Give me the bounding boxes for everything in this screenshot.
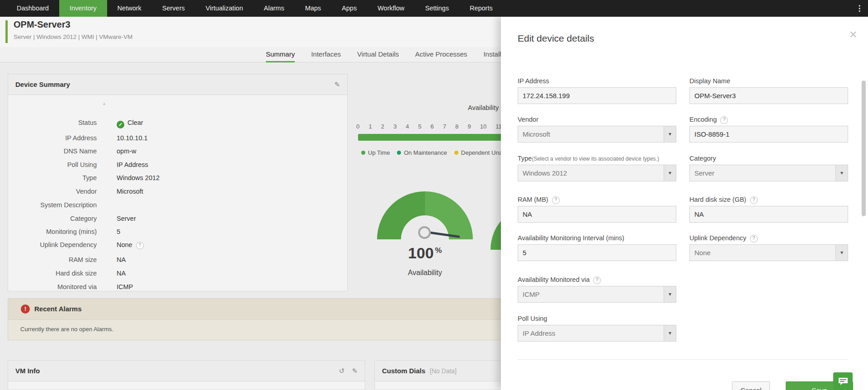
tab-summary[interactable]: Summary: [266, 47, 295, 62]
field-label: Vendor: [8, 188, 97, 195]
nav-virtualization[interactable]: Virtualization: [195, 0, 254, 17]
availability-axis: 0 1 2 3 4 5 6 7 8 9 10 11: [356, 123, 502, 130]
field-label: Type: [8, 174, 97, 181]
summary-row-status: Status ✓Clear: [8, 119, 347, 128]
tick-label: 1: [368, 123, 372, 130]
tab-interfaces[interactable]: Interfaces: [311, 47, 341, 62]
field-value: None?: [117, 241, 144, 249]
tick-label: 4: [406, 123, 409, 130]
field-label: Type(Select a vendor to view its associa…: [518, 155, 676, 162]
nav-workflow[interactable]: Workflow: [367, 0, 415, 17]
footer-divider: [518, 359, 848, 360]
ram-input[interactable]: [518, 206, 676, 223]
uptime-timeline-bar: [358, 134, 508, 141]
field-label: Uplink Dependency?: [689, 234, 848, 242]
field-value: ICMP: [117, 283, 133, 290]
encoding-input[interactable]: [689, 126, 848, 143]
summary-row-poll: Poll Using IP Address: [8, 161, 347, 170]
nav-dashboard[interactable]: Dashboard: [6, 0, 59, 17]
help-icon[interactable]: ?: [552, 196, 560, 204]
poll-using-select[interactable]: IP Address ▾: [518, 325, 676, 342]
display-name-input[interactable]: [689, 87, 848, 104]
vendor-select-value: Microsoft: [518, 126, 664, 142]
vendor-select[interactable]: Microsoft ▾: [518, 126, 676, 143]
edit-icon[interactable]: ✎: [334, 81, 340, 89]
ip-address-input[interactable]: [518, 87, 676, 104]
refresh-icon[interactable]: ↺: [339, 367, 345, 375]
vm-info-header: VM Info ↺ ✎: [8, 361, 365, 381]
hard-disk-input[interactable]: [689, 206, 848, 223]
kebab-menu-icon[interactable]: ⋮: [854, 0, 865, 17]
help-icon[interactable]: ?: [593, 276, 601, 284]
nav-alarms[interactable]: Alarms: [254, 0, 295, 17]
dropdown-arrow-icon: ▾: [664, 286, 676, 302]
uplink-text: None: [117, 241, 132, 248]
tab-virtual-details[interactable]: Virtual Details: [357, 47, 399, 62]
edit-icon[interactable]: ✎: [352, 367, 358, 375]
field-ram: RAM (MB)?: [518, 196, 676, 223]
device-subtitle: Server | Windows 2012 | WMI | VMware-VM: [14, 33, 132, 40]
field-uplink-dependency: Uplink Dependency? None ▾: [689, 234, 848, 261]
header-accent-bar: [5, 20, 8, 43]
dropdown-arrow-icon: ▾: [835, 165, 848, 181]
field-label: Encoding?: [689, 116, 848, 124]
field-value: ✓Clear: [117, 119, 143, 128]
tab-active-processes[interactable]: Active Processes: [415, 47, 467, 62]
field-label: System Description: [8, 201, 97, 209]
field-value: opm-w: [117, 147, 137, 155]
cancel-button[interactable]: Cancel: [732, 381, 770, 390]
availability-interval-input[interactable]: [518, 244, 676, 261]
field-label: Monitoring (mins): [8, 228, 97, 235]
nav-inventory[interactable]: Inventory: [59, 0, 107, 17]
help-icon[interactable]: ?: [136, 242, 144, 249]
dependent-dot-icon: [454, 151, 458, 155]
field-label: Uplink Dependency: [8, 241, 97, 248]
vm-info-title: VM Info: [15, 361, 40, 381]
field-value: NA: [117, 256, 126, 263]
summary-row-ram: RAM size NA: [8, 256, 347, 265]
field-label: Display Name: [689, 77, 848, 85]
nav-servers[interactable]: Servers: [152, 0, 195, 17]
nav-settings[interactable]: Settings: [415, 0, 459, 17]
nav-apps[interactable]: Apps: [331, 0, 367, 17]
help-icon[interactable]: ?: [750, 235, 758, 243]
status-text: Clear: [127, 119, 143, 126]
nav-network[interactable]: Network: [107, 0, 152, 17]
field-vendor: Vendor Microsoft ▾: [518, 116, 676, 143]
field-label: Availability Monitored via?: [518, 276, 676, 284]
close-icon[interactable]: ×: [849, 28, 857, 41]
collapse-arrow-icon[interactable]: ▲: [102, 101, 106, 106]
nav-reports[interactable]: Reports: [459, 0, 503, 17]
field-encoding: Encoding?: [689, 116, 848, 143]
help-icon[interactable]: ?: [750, 196, 758, 204]
screen: Dashboard Inventory Network Servers Virt…: [0, 0, 868, 390]
chat-bubble-icon: [838, 377, 848, 385]
uplink-dependency-select[interactable]: None ▾: [689, 244, 848, 261]
field-ip-address: IP Address: [518, 77, 676, 104]
field-label: Hard disk size (GB)?: [689, 196, 848, 204]
legend-label: Up Time: [368, 149, 390, 156]
summary-row-category: Category Server: [8, 215, 347, 224]
category-select[interactable]: Server ▾: [689, 165, 848, 181]
type-select[interactable]: Windows 2012 ▾: [518, 165, 676, 181]
field-label: Category: [689, 155, 848, 162]
availability-monitored-via-select[interactable]: ICMP ▾: [518, 286, 676, 303]
nav-maps[interactable]: Maps: [295, 0, 331, 17]
field-label: Category: [8, 215, 97, 222]
scrollbar-thumb[interactable]: [862, 81, 866, 216]
gauge-hub: [418, 226, 431, 239]
summary-row-monitoring: Monitoring (mins) 5: [8, 228, 347, 237]
device-title: OPM-Server3: [14, 19, 71, 30]
tick-label: 2: [381, 123, 384, 130]
field-category: Category Server ▾: [689, 155, 848, 181]
field-value: Microsoft: [117, 188, 143, 195]
tick-label: 6: [430, 123, 434, 130]
help-icon[interactable]: ?: [720, 116, 728, 124]
feedback-chat-button[interactable]: [833, 372, 853, 390]
recent-alarms-title: Recent Alarms: [34, 299, 82, 319]
tick-label: 7: [443, 123, 446, 130]
field-label: Status: [8, 119, 97, 126]
field-display-name: Display Name: [689, 77, 848, 104]
field-label: Availability Monitoring Interval (mins): [518, 234, 676, 242]
top-navbar: Dashboard Inventory Network Servers Virt…: [0, 0, 868, 17]
